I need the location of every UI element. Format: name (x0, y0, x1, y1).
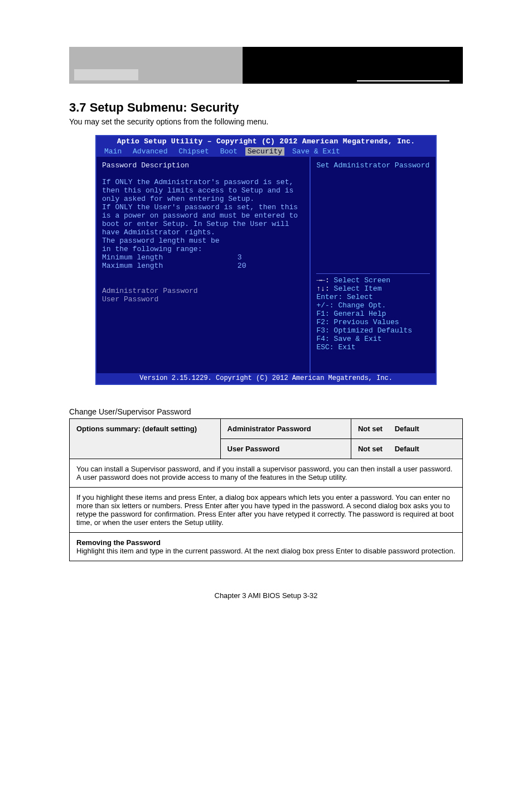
bios-menu-bar[interactable]: Main Advanced Chipset Boot Security Save… (96, 147, 436, 157)
help-line: F4: Save & Exit (316, 335, 430, 343)
remove-password-label: Removing the Password (76, 538, 161, 547)
section-intro: You may set the security options from th… (69, 117, 463, 126)
table-row: Removing the Password Highlight this ite… (70, 533, 463, 561)
bios-desc-line: then this only limits access to Setup an… (102, 186, 304, 195)
help-line: F1: General Help (316, 310, 430, 318)
bios-desc-line: is a power on password and must be enter… (102, 211, 304, 220)
help-line: F2: Previous Values (316, 318, 430, 326)
doc-header-band (69, 47, 463, 84)
col-admin-password: Administrator Password (220, 419, 351, 439)
bios-right-divider (316, 273, 430, 274)
header-grey-inset (74, 69, 138, 80)
bios-desc-line: only asked for when entering Setup. (102, 195, 304, 203)
remove-password-note: Removing the Password Highlight this ite… (70, 533, 463, 561)
menu-security[interactable]: Security (245, 147, 284, 156)
bios-help-title: Set Administrator Password (316, 161, 430, 170)
bios-left-heading: Password Description (102, 161, 304, 170)
bios-desc-line: If ONLY the User's password is set, then… (102, 203, 304, 211)
table-row: If you highlight these items and press E… (70, 488, 463, 533)
menu-main[interactable]: Main (101, 147, 125, 156)
menu-advanced[interactable]: Advanced (129, 147, 171, 156)
options-header: Options summary: (default setting) (70, 419, 221, 459)
bios-title: Aptio Setup Utility – Copyright (C) 2012… (96, 136, 436, 147)
bios-max-row: Maximum length 20 (102, 262, 304, 270)
bios-desc-line: The password length must be (102, 237, 304, 245)
header-underline (357, 80, 449, 81)
header-grey-block (69, 47, 243, 84)
admin-password-item[interactable]: Administrator Password (102, 287, 304, 295)
col-default-b: Not set Default (351, 439, 462, 459)
col-user-password: User Password (220, 439, 351, 459)
password-entry-note: If you highlight these items and press E… (70, 488, 463, 533)
bios-desc-line: boot or enter Setup. In Setup the User w… (102, 220, 304, 228)
page-footer: Chapter 3 AMI BIOS Setup 3-32 (0, 591, 532, 600)
header-black-block (243, 47, 463, 84)
options-table: Options summary: (default setting) Admin… (69, 418, 463, 561)
help-line: F3: Optimized Defaults (316, 326, 430, 335)
min-length-value: 3 (238, 253, 242, 262)
bios-right-pane: Set Administrator Password →←: Select Sc… (311, 157, 436, 373)
help-line: ESC: Exit (316, 343, 430, 351)
min-length-label: Minimum length (102, 253, 163, 262)
max-length-label: Maximum length (102, 262, 163, 270)
bios-screenshot: Aptio Setup Utility – Copyright (C) 2012… (95, 135, 437, 385)
bios-min-row: Minimum length 3 (102, 253, 304, 262)
user-password-item[interactable]: User Password (102, 295, 304, 303)
supervisor-note: You can install a Supervisor password, a… (70, 459, 463, 488)
menu-boot[interactable]: Boot (217, 147, 241, 156)
help-line: →←: Select Screen (316, 276, 430, 285)
col-default-a: Not set Default (351, 419, 462, 439)
max-length-value: 20 (238, 262, 246, 270)
remove-password-body: Highlight this item and type in the curr… (76, 547, 455, 555)
help-line: Enter: Select (316, 293, 430, 301)
section-heading: 3.7 Setup Submenu: Security (69, 100, 463, 115)
menu-save-exit[interactable]: Save & Exit (289, 147, 344, 156)
bios-left-pane: Password Description If ONLY the Adminis… (96, 157, 311, 373)
bios-desc-line: If ONLY the Administrator's password is … (102, 178, 304, 186)
bios-footer: Version 2.15.1229. Copyright (C) 2012 Am… (96, 373, 436, 384)
menu-chipset[interactable]: Chipset (175, 147, 212, 156)
change-password-heading: Change User/Supervisor Password (69, 407, 463, 416)
bios-desc-line: in the following range: (102, 245, 304, 253)
help-line: +/-: Change Opt. (316, 301, 430, 310)
help-line: ↑↓: Select Item (316, 285, 430, 293)
bios-desc-line: have Administrator rights. (102, 228, 304, 237)
table-row: You can install a Supervisor password, a… (70, 459, 463, 488)
